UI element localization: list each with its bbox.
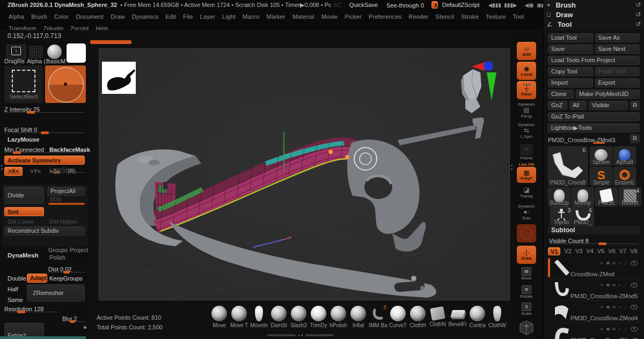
dock-brush[interactable]: TrimDy (309, 306, 328, 328)
menu-item[interactable]: Picker (345, 13, 362, 20)
goz-to-ipad-button[interactable]: GoZ To iPad (548, 112, 640, 121)
same-button[interactable]: Same (8, 297, 23, 303)
backfacemask-button[interactable]: BackfaceMask (49, 146, 90, 153)
transparency-button[interactable]: ◪Transp (517, 187, 536, 198)
load-tools-from-project-button[interactable]: Load Tools From Project (548, 56, 640, 65)
panel-divider-handle[interactable]: ▲▼ (0, 163, 3, 176)
focal-shift-slider[interactable]: Focal Shift 0 (4, 124, 85, 134)
menu-item[interactable]: Light (222, 13, 236, 20)
dynamesh-label[interactable]: DynaMesh (8, 252, 39, 259)
option-dot[interactable] (84, 326, 86, 329)
view-tab[interactable]: V4 (586, 248, 593, 254)
export-button[interactable]: Export (595, 78, 640, 87)
del-higher-button[interactable]: Del Higher (49, 218, 77, 225)
tool-thumb[interactable]: 3 Topolo (550, 207, 573, 226)
goz-r-button[interactable]: R (630, 101, 640, 110)
double-button[interactable]: Double (8, 275, 26, 282)
quicksave-button[interactable]: QuickSave (349, 2, 378, 8)
dock-brush[interactable]: Contra (467, 306, 487, 328)
tool-thumb[interactable]: 6 PM3D_ (572, 207, 594, 226)
active-tool-name[interactable]: PM3D_CroosBow-ZMod3. (548, 137, 617, 143)
see-through-slider[interactable]: See-through 0 (386, 0, 424, 10)
move-mode-button[interactable]: M Move (517, 267, 536, 281)
stroke-thumb[interactable]: SelectRect (4, 65, 43, 103)
eye-icon[interactable] (631, 283, 638, 288)
palette-cycle-icon[interactable]: ↺ (635, 20, 641, 28)
dock-brush[interactable]: ClothW (487, 306, 507, 328)
material-thumb[interactable] (47, 45, 62, 59)
menu-item[interactable]: Draw (111, 13, 125, 20)
del-lower-button[interactable]: Del Lower (8, 218, 34, 225)
subtool-header[interactable]: Subtool (548, 226, 640, 234)
dock-brush[interactable]: Slash3 (289, 306, 309, 328)
lazymouse-button[interactable]: LazyMouse (8, 136, 39, 143)
subtool-row-icons[interactable]: ≫◐／ (599, 326, 638, 332)
polish-button[interactable]: Polish (49, 254, 65, 261)
divide-button[interactable]: Divide (4, 187, 44, 204)
local-pivot-button[interactable]: ◉Local (517, 62, 536, 80)
smt-button[interactable]: Smt (4, 207, 44, 216)
tool-thumb[interactable]: S Simple (590, 167, 612, 186)
tool-thumb[interactable]: 4 Basket (619, 187, 641, 207)
menu-item[interactable]: Layer (200, 13, 216, 20)
menu-item[interactable]: Preferences (369, 13, 402, 20)
save-as-button[interactable]: Save As (595, 33, 640, 42)
copy-tool-button[interactable]: Copy Tool (548, 67, 593, 76)
activate-symmetry-button[interactable]: Activate Symmetry (4, 156, 85, 165)
gizmo-cube-button[interactable] (517, 319, 536, 339)
dock-brush[interactable]: Move (209, 306, 229, 328)
solo-button[interactable]: ●◦Solo (517, 209, 536, 220)
menu-item[interactable]: Stroke (461, 13, 479, 20)
palette-cycle-icon[interactable]: ↺ (635, 11, 641, 18)
active-tool-r-button[interactable]: R (630, 134, 640, 143)
menu-item[interactable]: File (183, 13, 193, 20)
sdiv-slider-track[interactable] (48, 203, 85, 205)
blur-slider[interactable]: Blur 2 (62, 313, 85, 323)
subtool-row[interactable]: ≫◐／ PM3D_CroosBow-ZMod2 (548, 323, 640, 339)
dock-brush[interactable]: DamSt (269, 306, 289, 328)
shelf-slider-bar[interactable] (90, 40, 131, 44)
view-tab[interactable]: V1 (548, 247, 560, 255)
dist-slider[interactable]: Dist 0.02 (48, 264, 85, 274)
adapt-button[interactable]: Adapt (27, 274, 47, 283)
sdiv-label[interactable]: SDiv (49, 196, 62, 202)
goz-visible-button[interactable]: Visible (589, 101, 628, 110)
menu-item[interactable]: Render (408, 13, 428, 20)
load-tool-button[interactable]: Load Tool (548, 33, 593, 42)
view-tab[interactable]: V2 (564, 248, 571, 254)
groups-button[interactable]: Groups (48, 247, 68, 253)
tool-thumb[interactable]: Monop (572, 187, 594, 207)
alpha-thumb[interactable] (29, 46, 43, 58)
dock-scrollbar[interactable]: ▲▼ (267, 334, 334, 337)
curve-point[interactable] (328, 150, 333, 154)
tool-thumb[interactable]: AlphaB (613, 146, 636, 166)
eye-icon[interactable] (631, 327, 638, 331)
z-intensity-slider[interactable]: Z Intensity 25 (4, 104, 85, 114)
active-tool-thumb[interactable]: 6 PM3D_CroosB (548, 146, 588, 186)
menu-item[interactable]: Marker (267, 13, 286, 20)
curve-point[interactable] (345, 155, 349, 159)
eye-icon[interactable] (631, 305, 638, 309)
zremesher-button[interactable]: ZRemesher (27, 284, 85, 301)
eye-icon[interactable] (631, 261, 638, 266)
view-tab[interactable]: V5 (597, 248, 604, 254)
current-material-button[interactable] (517, 224, 536, 242)
visible-count-slider[interactable]: Visible Count 8 (549, 235, 639, 245)
polypaint-thumbnail[interactable] (102, 62, 136, 94)
project-button[interactable]: Project (70, 247, 88, 253)
dock-brush[interactable]: ClothN (428, 306, 448, 328)
color-picker[interactable] (45, 65, 86, 103)
viewport[interactable] (99, 48, 510, 300)
subtool-row[interactable]: ≫◐／ PM3D_CroosBow-ZMod4 (548, 301, 640, 323)
paste-tool-button[interactable]: Paste Tool (595, 67, 640, 76)
reconstruct-subdiv-button[interactable]: Reconstruct Subdiv (4, 226, 85, 235)
projectall-button[interactable]: ProjectAll (47, 187, 85, 196)
keepgroups-button[interactable]: KeepGroups (49, 275, 83, 282)
subtool-row[interactable]: ≫◐／ CrossBow-ZMod (548, 257, 640, 279)
menu-item[interactable]: Brush (31, 13, 47, 20)
symmetry-x-button[interactable]: >X< (4, 167, 23, 176)
dock-brush[interactable]: BevelFl (448, 306, 467, 328)
import-button[interactable]: Import (548, 78, 593, 87)
dock-brush[interactable]: 8 IMM Ba (368, 306, 388, 328)
half-button[interactable]: Half (8, 286, 18, 292)
